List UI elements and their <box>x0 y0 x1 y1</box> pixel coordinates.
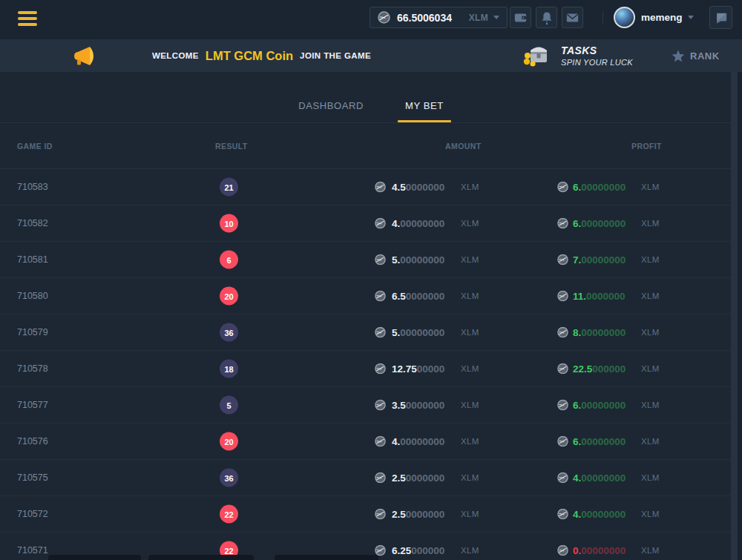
table-row[interactable]: 710572 22 2.50000000 XLM 4.00000000 XLM <box>0 496 742 533</box>
amount-currency: XLM <box>461 473 479 482</box>
notifications-button[interactable] <box>536 7 557 28</box>
bet-table-header: GAME ID RESULT AMOUNT PROFIT <box>0 123 742 169</box>
bet-table-body: 710583 21 4.50000000 XLM 6.00000000 XLM … <box>0 169 742 560</box>
game-id: 710575 <box>17 472 48 483</box>
profit-currency: XLM <box>641 255 660 264</box>
amount-currency: XLM <box>461 364 479 373</box>
menu-icon[interactable] <box>18 11 37 26</box>
game-id: 710576 <box>17 436 48 447</box>
profit-currency: XLM <box>641 401 660 409</box>
amount-value: 2.50000000 <box>392 472 444 484</box>
game-id: 710572 <box>17 509 48 519</box>
amount-value: 6.25000000 <box>392 545 444 556</box>
result-badge: 20 <box>220 432 238 451</box>
result-badge: 20 <box>220 287 238 306</box>
amount-value: 12.7500000 <box>392 363 444 375</box>
amount-value: 2.50000000 <box>392 509 444 520</box>
game-id: 710581 <box>17 254 48 265</box>
chat-panel-button[interactable] <box>709 6 732 29</box>
column-result: RESULT <box>215 142 248 151</box>
table-row[interactable]: 710577 5 3.50000000 XLM 6.00000000 XLM <box>0 387 742 424</box>
stellar-coin-icon <box>557 400 568 411</box>
stellar-coin-icon <box>378 11 390 24</box>
profit-currency: XLM <box>641 182 660 191</box>
stellar-coin-icon <box>557 291 568 302</box>
stellar-coin-icon <box>557 436 568 447</box>
chevron-down-icon <box>688 16 694 19</box>
profit-currency: XLM <box>641 473 660 482</box>
stellar-coin-icon <box>375 400 386 411</box>
game-id: 710578 <box>17 363 48 374</box>
table-row[interactable]: 710575 36 2.50000000 XLM 4.00000000 XLM <box>0 460 742 496</box>
footer-card-stub <box>148 555 254 560</box>
tab-my-bet[interactable]: MY BET <box>398 100 451 122</box>
result-badge: 18 <box>220 360 238 378</box>
column-game-id: GAME ID <box>17 142 53 151</box>
tab-dashboard[interactable]: DASHBOARD <box>291 100 371 122</box>
scrollbar[interactable] <box>731 72 738 560</box>
table-row[interactable]: 710579 36 5.00000000 XLM 8.00000000 XLM <box>0 314 742 351</box>
table-row[interactable]: 710582 10 4.00000000 XLM 6.00000000 XLM <box>0 205 742 242</box>
table-row[interactable]: 710578 18 12.7500000 XLM 22.5000000 XLM <box>0 351 742 387</box>
column-amount: AMOUNT <box>445 142 481 151</box>
stellar-coin-icon <box>557 472 568 484</box>
wallet-button[interactable] <box>510 7 531 28</box>
tasks-widget[interactable]: TASKS SPIN YOUR LUCK <box>522 42 633 71</box>
table-row[interactable]: 710576 20 4.00000000 XLM 6.00000000 XLM <box>0 424 742 460</box>
amount-currency: XLM <box>461 437 479 446</box>
megaphone-icon <box>70 45 97 67</box>
amount-value: 4.00000000 <box>392 218 444 229</box>
bell-icon <box>541 11 553 24</box>
amount-value: 3.50000000 <box>392 400 444 411</box>
amount-value: 4.00000000 <box>392 436 444 447</box>
amount-value: 5.00000000 <box>392 254 444 266</box>
result-badge: 22 <box>220 505 238 524</box>
profit-value: 8.00000000 <box>573 327 626 338</box>
stellar-coin-icon <box>375 291 386 302</box>
messages-button[interactable] <box>562 7 583 28</box>
tasks-text: TASKS SPIN YOUR LUCK <box>561 45 633 67</box>
game-id: 710580 <box>17 291 48 301</box>
stellar-coin-icon <box>557 509 568 520</box>
balance-amount: 66.5006034 <box>397 12 452 24</box>
table-row[interactable]: 710581 6 5.00000000 XLM 7.00000000 XLM <box>0 242 742 278</box>
table-row[interactable]: 710580 20 6.50000000 XLM 11.0000000 XLM <box>0 278 742 314</box>
column-profit: PROFIT <box>631 142 662 151</box>
balance-selector[interactable]: 66.5006034 XLM <box>370 7 508 28</box>
banner-text: WELCOME LMT GCM Coin JOIN THE GAME <box>152 39 371 72</box>
rank-label: RANK <box>690 50 720 62</box>
profit-currency: XLM <box>641 291 660 300</box>
stellar-coin-icon <box>375 509 386 520</box>
amount-currency: XLM <box>461 182 479 191</box>
stellar-coin-icon <box>375 327 386 338</box>
chat-icon <box>715 11 728 24</box>
stellar-coin-icon <box>557 545 568 556</box>
rank-widget[interactable]: RANK <box>672 39 720 72</box>
stellar-coin-icon <box>375 218 386 229</box>
welcome-label: WELCOME <box>152 51 199 60</box>
amount-value: 6.50000000 <box>392 291 444 302</box>
avatar <box>614 7 635 28</box>
profit-value: 11.0000000 <box>573 291 626 302</box>
divider <box>603 11 603 24</box>
result-badge: 36 <box>220 469 238 487</box>
footer-card-stub <box>275 555 378 560</box>
user-menu[interactable]: memeng <box>614 7 694 28</box>
footer-card-stub <box>48 555 141 560</box>
stellar-coin-icon <box>557 327 568 338</box>
treasure-chest-icon <box>522 43 553 70</box>
welcome-banner: WELCOME LMT GCM Coin JOIN THE GAME TASKS… <box>0 39 742 72</box>
game-id: 710577 <box>17 400 48 410</box>
stellar-coin-icon <box>375 472 386 484</box>
stellar-coin-icon <box>375 182 386 193</box>
table-row[interactable]: 710583 21 4.50000000 XLM 6.00000000 XLM <box>0 169 742 205</box>
profit-currency: XLM <box>641 546 660 555</box>
profit-currency: XLM <box>641 328 660 337</box>
profit-value: 0.00000000 <box>573 545 626 556</box>
game-id: 710579 <box>17 327 48 337</box>
coin-name: LMT GCM Coin <box>206 49 293 63</box>
username: memeng <box>641 12 683 23</box>
game-id: 710582 <box>17 218 48 228</box>
profit-value: 22.5000000 <box>573 363 626 375</box>
amount-currency: XLM <box>461 255 479 264</box>
